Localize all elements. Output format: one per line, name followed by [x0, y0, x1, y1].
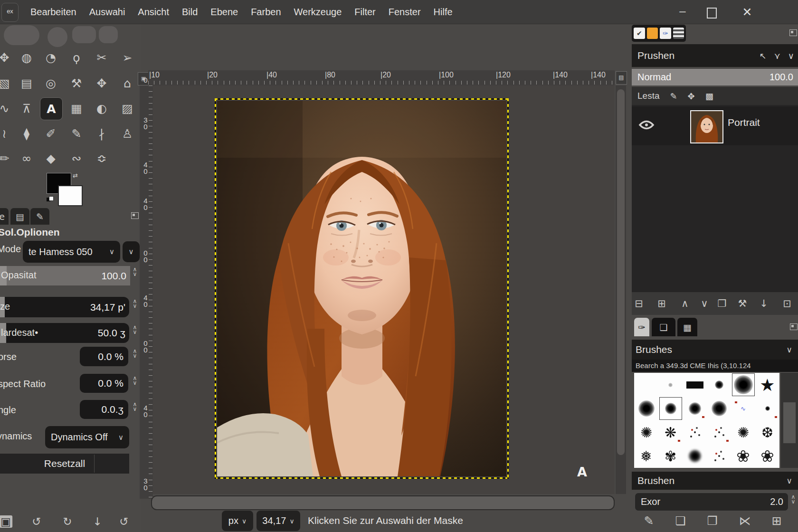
tab-brushes[interactable]: ✑: [634, 318, 649, 336]
opacity-slider[interactable]: Opasitat 100.0: [0, 266, 130, 285]
menu-item-ansicht[interactable]: Ansicht: [138, 7, 169, 18]
scissors-tool[interactable]: ✂: [91, 47, 113, 68]
measure-tool[interactable]: ⚒: [66, 72, 87, 94]
angle-input[interactable]: 0.0.ʒ: [80, 400, 128, 419]
brush-item[interactable]: [658, 397, 683, 420]
redo-preset-icon[interactable]: ↻: [63, 515, 72, 528]
menu-item-farben[interactable]: Farben: [251, 7, 281, 18]
brush-item[interactable]: [707, 420, 731, 444]
menu-item-werkzeuge[interactable]: Werkzeuge: [294, 7, 342, 18]
refresh-brushes-icon[interactable]: ⊞: [772, 514, 782, 528]
mode-dropdown[interactable]: te Hamess 050 ∨: [23, 241, 120, 263]
brush-item[interactable]: ❆: [755, 420, 779, 444]
tab-patterns[interactable]: ❑: [652, 318, 675, 336]
brush-item[interactable]: [731, 373, 755, 397]
brush-item[interactable]: [634, 397, 658, 420]
spacing-spinner[interactable]: ∧∨: [788, 494, 798, 504]
menu-item-fenster[interactable]: Fenster: [389, 7, 421, 18]
panel-menu-icon[interactable]: [790, 323, 798, 330]
merge-layer-icon[interactable]: ⚒: [738, 298, 747, 309]
force-input[interactable]: 0.0 %: [80, 347, 128, 366]
raise-layer-icon[interactable]: ∧: [681, 298, 688, 309]
brush-item[interactable]: [755, 397, 779, 420]
ink-tool[interactable]: ⊼: [16, 97, 38, 119]
brush-item[interactable]: [707, 373, 731, 397]
download-preset-icon[interactable]: ↓: [93, 515, 102, 528]
minimize-button[interactable]: –: [674, 5, 691, 19]
brush-item[interactable]: [707, 444, 731, 468]
lock-alpha-icon[interactable]: ▩: [705, 91, 713, 101]
hardness-spinner[interactable]: ∧∨: [130, 325, 140, 334]
bucket-fill-tool[interactable]: ▧: [0, 72, 15, 94]
image-tab-blue[interactable]: ✑: [660, 28, 671, 39]
swirl-tool[interactable]: ∾: [66, 147, 87, 169]
pick-cursor-icon[interactable]: ⋎: [774, 51, 780, 61]
brush-item[interactable]: ✺: [731, 420, 755, 444]
layer-thumbnail[interactable]: [690, 110, 723, 143]
clipboard-tool[interactable]: ▦: [66, 97, 87, 119]
portrait-image[interactable]: [217, 101, 506, 476]
brush-spacing-row[interactable]: Exor 2.0: [635, 493, 788, 511]
reset-preset-icon[interactable]: ↺: [119, 515, 128, 528]
reset-colors-icon[interactable]: [47, 196, 53, 202]
brush-item[interactable]: [683, 373, 707, 397]
panel-menu-icon[interactable]: [789, 29, 797, 36]
droplet-tool[interactable]: ◆: [40, 147, 62, 169]
free-select-tool[interactable]: ◍: [16, 47, 38, 68]
panel-menu-icon[interactable]: [131, 212, 139, 219]
menu-item-bearbeiten[interactable]: Bearbeiten: [30, 7, 76, 18]
image-tab-active[interactable]: [647, 28, 658, 39]
layer-extra-icon[interactable]: ⊡: [783, 298, 791, 309]
brush-item[interactable]: [707, 397, 731, 420]
brush-item[interactable]: ✾: [658, 444, 683, 468]
position-dropdown[interactable]: 34,17 ∨: [256, 511, 300, 531]
size-slider[interactable]: ze 34,17 p': [0, 297, 129, 317]
gradient-tool[interactable]: ▤: [16, 72, 38, 94]
brush-item[interactable]: [634, 373, 658, 397]
brushes-footer-header[interactable]: Brushen ∨: [632, 472, 798, 490]
menu-item-filter[interactable]: Filter: [354, 7, 375, 18]
menu-item-hilfe[interactable]: Hilfe: [434, 7, 453, 18]
reset-all-button[interactable]: Resetzall: [0, 454, 129, 474]
vertical-scrollbar[interactable]: [616, 86, 626, 494]
new-brush-icon[interactable]: ❏: [675, 514, 686, 528]
brush-item[interactable]: ❅: [634, 444, 658, 468]
align-tool[interactable]: ✥: [0, 47, 15, 68]
upscale-tool[interactable]: ⌂: [116, 72, 138, 94]
tab-brush-editor[interactable]: ✎: [30, 208, 49, 225]
fuzzy-select-tool[interactable]: ◔: [40, 47, 62, 68]
hardness-slider[interactable]: lardesat• 50.0 ʒ: [0, 323, 129, 343]
plumb-tool[interactable]: ⧫: [16, 123, 38, 144]
menu-item-bild[interactable]: Bild: [182, 7, 198, 18]
angle-spinner[interactable]: ∧∨: [130, 402, 140, 411]
stamp-tool[interactable]: ♙: [116, 123, 138, 144]
opacity-spinner[interactable]: ∧∨: [130, 267, 140, 276]
pencil-tool[interactable]: ✏: [0, 147, 15, 169]
move-tool[interactable]: ✥: [91, 72, 113, 94]
aspect-spinner[interactable]: ∧∨: [130, 376, 140, 385]
image-tool[interactable]: ◐: [91, 97, 113, 119]
collapse-icon[interactable]: ∨: [788, 51, 794, 61]
force-spinner[interactable]: ∧∨: [130, 349, 140, 358]
image-tab-check[interactable]: ✔: [634, 28, 645, 39]
brush-item[interactable]: ❀: [755, 444, 779, 468]
edit-brush-icon[interactable]: ✎: [644, 514, 654, 528]
brush-item[interactable]: [683, 444, 707, 468]
menu-item-auswahi[interactable]: Auswahi: [89, 7, 125, 18]
brush-item[interactable]: ★: [755, 373, 779, 397]
close-button[interactable]: ✕: [739, 5, 755, 19]
tab-tool-options[interactable]: e: [0, 208, 9, 225]
background-color-swatch[interactable]: [58, 185, 83, 206]
brush-item[interactable]: ❋: [658, 420, 683, 444]
brush-item[interactable]: ✺: [634, 420, 658, 444]
layer-row[interactable]: Portrait: [632, 106, 798, 145]
lasso-tool[interactable]: ϙ: [66, 47, 87, 68]
delete-layer-icon[interactable]: ⊟: [635, 298, 643, 309]
brush-item[interactable]: ∿: [731, 397, 755, 420]
smudge-tool[interactable]: ≎: [91, 147, 113, 169]
brush-item[interactable]: [683, 420, 707, 444]
delete-brush-icon[interactable]: ⋉: [739, 514, 751, 528]
layer-mode-bar[interactable]: Normad 100.0: [632, 69, 798, 86]
pattern-tool[interactable]: ◎: [40, 72, 62, 94]
lock-position-icon[interactable]: ✥: [688, 91, 695, 101]
